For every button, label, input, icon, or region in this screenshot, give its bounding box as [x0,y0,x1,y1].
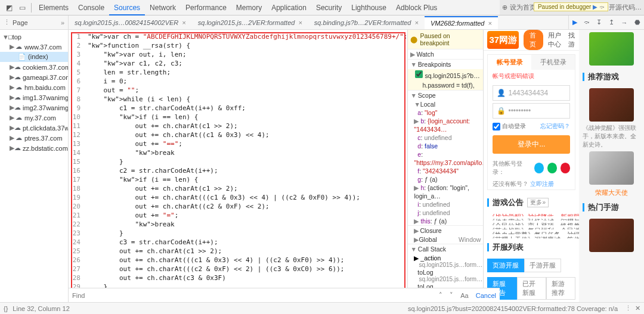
step-icon[interactable]: → [621,19,627,26]
announcements-more[interactable]: 更多» [527,198,549,207]
new-tab-icon[interactable]: ⊕ [502,4,507,11]
announcement-item[interactable]: 《全民仙战》蛮人登顶，终极兽器等你！ [484,220,579,225]
callstack-section[interactable]: ▼Call Stack [408,244,483,254]
scope-variable[interactable]: ▶ b: {login_account: "1443434… [408,117,483,133]
scope-variable[interactable]: ▶ h: {action: "login", login_a… [408,184,483,200]
scope-closure[interactable]: ▶Closure [408,225,483,235]
tree-item[interactable]: ▶☁ my.37.com [0,113,68,123]
file-tree[interactable]: ▼□ top ▶☁ www.37.com📄 (index)▶☁ cookiem.… [0,30,69,302]
tree-item[interactable]: ▶☁ ptres.37.com [0,133,68,143]
callstack-frame[interactable]: toLog [408,268,483,276]
server-tab-mobile[interactable]: 手游开服 [524,259,561,272]
step-out-icon[interactable]: ↥ [609,18,614,26]
scope-variable[interactable]: j: undefined [408,209,483,217]
resume-icon[interactable]: ▶ [572,18,577,26]
devtools-tab-console[interactable]: Console [73,1,109,14]
tree-item[interactable]: ▶☁ cookiem.37.com [0,62,68,72]
devtools-tab-security[interactable]: Security [311,1,346,14]
source-tab[interactable]: sq.login2015.js…00824154002VER× [69,17,192,29]
scope-local[interactable]: ▼Local [408,100,483,108]
tree-item[interactable]: ▶☁ gameapi.37.com [0,72,68,82]
close-tab-icon[interactable]: × [488,20,491,27]
hot-mobile-card[interactable] [589,219,634,252]
rec-game-card-2[interactable] [589,151,634,185]
devtools-tab-lighthouse[interactable]: Lighthouse [346,1,391,14]
qq-login-icon[interactable] [534,163,544,173]
tab-sms-login[interactable]: 手机登录 [531,55,575,70]
scope-variable[interactable]: g: ƒ (a) [408,175,483,184]
password-input[interactable]: 🔒••••••••• [493,103,570,119]
source-tab[interactable]: VM2682:formatted× [425,16,498,29]
weibo-login-icon[interactable] [561,163,570,173]
wechat-login-icon[interactable] [547,163,557,173]
close-tab-icon[interactable]: × [298,19,302,26]
devtools-tab-network[interactable]: Network [145,1,181,14]
deactivate-bp-icon[interactable]: ⬣ [634,18,640,26]
register-link[interactable]: 立即注册 [530,181,554,187]
server-sub-opened[interactable]: 已开新服 [517,277,546,300]
announcement-item[interactable]: 《传奇霸主》弘扬沙城，闪耀与争锋！ [484,216,579,221]
device-icon[interactable]: ▭ [16,1,29,14]
scope-variable[interactable]: c: undefined [408,133,483,142]
scope-variable[interactable]: i: undefined [408,200,483,209]
devtools-tab-sources[interactable]: Sources [109,1,145,15]
server-tab-web[interactable]: 页游开服 [487,259,524,272]
console-toggle-icon[interactable]: ⋮ [625,304,631,312]
site-logo[interactable]: 37网游 [487,31,519,49]
devtools-tab-performance[interactable]: Performance [181,1,231,14]
step-into-icon[interactable]: ↧ [596,18,602,26]
breakpoint-entry[interactable]: sq.login2015.js?bust=2020082… [408,69,483,80]
announcement-item[interactable]: 《战神觉醒》神域降临，新服限时返利 [484,212,579,216]
prev-match-icon[interactable]: ˄ [439,291,442,299]
announcement-item[interactable]: 《荣耀大天使》深渊魔城，等你全赢！ [484,234,579,239]
scope-variable[interactable]: e: "https://my.37.com/api/lo… [408,150,483,167]
close-tab-icon[interactable]: × [415,19,419,26]
source-tab[interactable]: sq.login2015.js…2VER:formatted× [192,17,308,29]
login-button[interactable]: 登录中... [493,135,570,154]
scope-variable[interactable]: ▶ this: ƒ (a) [408,217,483,225]
find-cancel[interactable]: Cancel [476,292,496,299]
nav-findgame[interactable]: 找游 [568,31,576,49]
nav-usercenter[interactable]: 用户中心 [548,31,564,49]
next-match-icon[interactable]: ˅ [450,291,453,299]
breakpoints-section[interactable]: ▼Breakpoints [408,59,483,69]
tree-item[interactable]: ▶☁ hm.baidu.com [0,82,68,92]
rec-game-card[interactable] [589,88,634,122]
tree-item[interactable]: ▶☁ zz.bdstatic.com [0,143,68,153]
scope-variable[interactable]: f: "342434434" [408,167,483,175]
tree-top[interactable]: ▼□ top [0,32,68,42]
tree-item[interactable]: ▶☁ www.37.com [0,42,68,52]
tree-item[interactable]: ▶☁ img2.37wanimg.com [0,102,68,113]
code-editor[interactable]: 1234567891011121314151617181920212223242… [69,30,408,302]
devtools-tab-adblock plus[interactable]: Adblock Plus [391,1,442,14]
scope-variable[interactable]: a: "log" [408,108,483,117]
inspect-icon[interactable]: ◩ [2,1,16,14]
find-input[interactable] [72,292,432,299]
close-tab-icon[interactable]: × [182,19,185,26]
announcement-item[interactable]: 《热血大掌尊》复日任务，神级升级！ [484,229,579,234]
server-sub-newrec[interactable]: 新游推荐 [546,277,575,300]
devtools-tab-application[interactable]: Application [267,1,311,14]
watch-section[interactable]: ▶Watch [408,49,483,59]
announcement-item[interactable]: 《莱夫战歌》复日福利，全民送利来袭！ [484,225,579,230]
scope-variable[interactable]: d: false [408,142,483,150]
tree-item[interactable]: ▶☁ pt.clickdata.37wan.com [0,123,68,133]
auto-login-checkbox[interactable]: 自动登录 [493,122,526,130]
scope-global[interactable]: ▶GlobalWindow [408,235,483,244]
hero-banner[interactable] [589,32,634,66]
tab-password-login[interactable]: 帐号登录 [488,55,531,70]
page-tab[interactable]: Page [13,19,28,26]
username-input[interactable]: 👤1443434434 [493,85,570,101]
scope-section[interactable]: ▼Scope [408,90,483,100]
sidebar-menu-icon[interactable]: ⋮ [4,18,10,26]
callstack-frame[interactable]: ▶ _action [408,254,483,262]
tree-item-selected[interactable]: 📄 (index) [0,52,68,62]
sidebar-more-icon[interactable]: » [61,19,64,26]
match-case-toggle[interactable]: Aa [460,292,468,299]
source-tab[interactable]: sq.binding.js?b…2VER:formatted× [308,17,425,29]
bp-checkbox[interactable] [415,70,423,78]
forgot-password-link[interactable]: 忘记密码？ [540,122,570,130]
tree-item[interactable]: ▶☁ img1.37wanimg.com [0,92,68,102]
home-pill[interactable]: 首页 [524,30,543,50]
devtools-tab-elements[interactable]: Elements [34,1,73,14]
